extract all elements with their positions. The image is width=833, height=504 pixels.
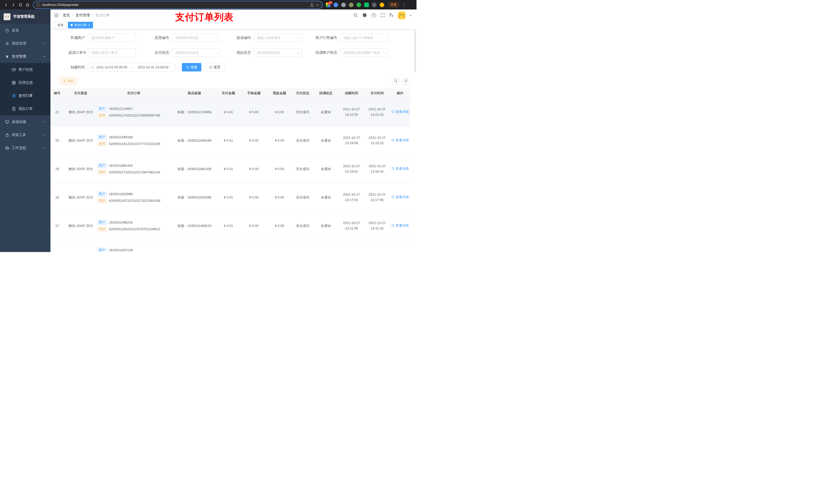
download-icon [63,79,66,82]
reload-icon[interactable] [17,1,24,8]
sidebar-item-pay-order[interactable]: 支付订单 [0,89,50,102]
cell-fee: ¥ 0.00 [241,110,267,115]
app-id-select[interactable] [172,33,220,42]
cell-fee: ¥ 0.00 [241,195,267,200]
fullscreen-icon[interactable] [380,13,385,18]
merchant-order-no-input[interactable] [340,33,388,42]
extension-icon-4[interactable] [349,3,354,7]
share-icon[interactable] [310,3,314,7]
toggle-search-button[interactable] [392,77,400,85]
cell-notify: 未通知 [313,223,339,229]
cell-actions: 查看详情 [390,223,410,229]
breadcrumb-home[interactable]: 首页 [63,13,70,18]
avatar[interactable] [398,11,405,19]
header-search-icon[interactable] [354,13,358,18]
create-time-range-picker[interactable]: 2021-10-01 00:00:00 - 2021-10-31 23:59:5… [88,63,175,71]
back-icon[interactable] [3,1,10,8]
home-icon[interactable] [24,1,31,8]
help-icon[interactable]: ? [372,13,376,18]
bookmark-star-icon[interactable]: ☆ [316,3,319,7]
pay-badge: 支付 [97,226,107,232]
scrollbar[interactable] [414,31,416,72]
view-detail-link[interactable]: 查看详情 [391,109,409,115]
refund-status-select[interactable] [254,48,302,57]
column-header: 支付金额 [216,90,241,96]
card-icon [12,68,16,72]
address-bar[interactable]: i localhost:1024/pay/order ☆ [33,1,322,8]
channel-order-no-input[interactable] [88,48,136,57]
cell-title: 标题：1635312124656 [173,110,216,115]
monitor-icon [5,120,9,124]
column-header: 创建时间 [339,90,364,96]
font-size-icon[interactable]: TT [389,13,394,18]
tab-pay-order[interactable]: 支付订单 × [68,22,93,28]
chevron-down-icon [43,42,46,45]
sidebar-item-home[interactable]: 首页 [0,24,50,37]
cell-order-no: 商户 1635311823086 支付 42000011672021102710… [94,190,173,205]
extension-icon-6[interactable] [364,3,369,7]
sidebar-item-app-info[interactable]: 应用信息 [0,76,50,89]
view-detail-link[interactable]: 查看详情 [391,223,409,228]
cell-channel: 微信 JSAPI 支付 [67,223,94,229]
view-detail-link[interactable]: 查看详情 [391,194,409,200]
search-icon [186,66,189,69]
search-icon [391,167,395,170]
extension-icon-5[interactable] [357,3,361,7]
browser-update-button[interactable]: 更新 [388,2,400,8]
close-icon[interactable]: × [88,24,90,27]
channel-code-select[interactable] [254,33,302,42]
sidebar-item-infra[interactable]: 基础设施 [0,115,50,128]
breadcrumb-payment[interactable]: 支付管理 [76,13,90,18]
extension-icon-1[interactable]: 10 [326,3,330,7]
cell-status: 支付成功 [292,166,313,172]
sidebar-item-payment[interactable]: ¥ 支付管理 [0,50,50,63]
search-button[interactable]: 搜索 [182,63,201,71]
avatar-caret-icon[interactable]: ▾ [410,14,411,17]
extension-icon-3[interactable] [341,3,346,7]
extension-icon-7[interactable] [372,3,377,7]
refresh-table-button[interactable] [402,77,410,85]
page-info-icon[interactable]: i [37,3,40,7]
url-text: localhost:1024/pay/order [42,3,79,7]
pay-badge: 支付 [97,198,107,203]
cell-pay-time: 2021-10-2713:18:10 [364,163,390,174]
cell-fee: ¥ 0.00 [241,166,267,172]
tab-home[interactable]: 首页 [54,22,66,28]
extension-icon-8[interactable] [380,3,384,7]
merchant-badge: 商户 [97,247,107,252]
search-icon [391,110,395,113]
merchant-badge: 商户 [97,163,107,168]
column-header: 手续金额 [241,90,267,96]
page-content: 所属商户 应用编号 渠道编码 商户订单编号 渠道订单号 支付状态 退款状态 回调… [50,29,416,252]
pay-status-select[interactable] [172,48,220,57]
column-header: 支付订单 [94,90,173,96]
export-button[interactable]: 导出 [60,77,77,85]
search-icon [391,195,395,198]
chevron-down-icon [43,134,46,136]
cell-order-no: 商户 1635311949168 支付 42000011812021102777… [94,133,173,148]
cell-channel: 微信 JSAPI 支付 [67,110,94,115]
logo-image [4,13,10,20]
chevron-down-icon [296,51,300,54]
cell-id: 19 [50,166,67,172]
sidebar-item-merchant-info[interactable]: 商户信息 [0,63,50,76]
sidebar-item-dev-tools[interactable]: 研发工具 [0,128,50,141]
cell-amount: ¥ 0.01 [216,166,241,172]
hamburger-icon[interactable] [54,13,59,18]
reset-button[interactable]: 重置 [205,63,224,71]
notify-status-select[interactable] [340,48,388,57]
sidebar-item-workflow[interactable]: 工作流程 [0,141,50,154]
view-detail-link[interactable]: 查看详情 [391,138,409,143]
forward-icon[interactable] [10,1,17,8]
table-row: 19 微信 JSAPI 支付 商户 1635311881440 支付 42000… [50,155,410,183]
view-detail-link[interactable]: 查看详情 [391,166,409,171]
merchant-input[interactable] [88,33,136,42]
sidebar-item-refund-order[interactable]: 退款订单 [0,102,50,115]
sidebar-item-system[interactable]: 系统管理 [0,37,50,50]
date-end: 2021-10-31 23:59:59 [138,65,169,69]
github-icon[interactable] [362,13,367,18]
extension-icon-2[interactable] [334,3,338,7]
grid-icon [12,81,16,85]
browser-menu-icon[interactable]: ⋮ [402,3,406,7]
chevron-up-icon [43,55,46,58]
